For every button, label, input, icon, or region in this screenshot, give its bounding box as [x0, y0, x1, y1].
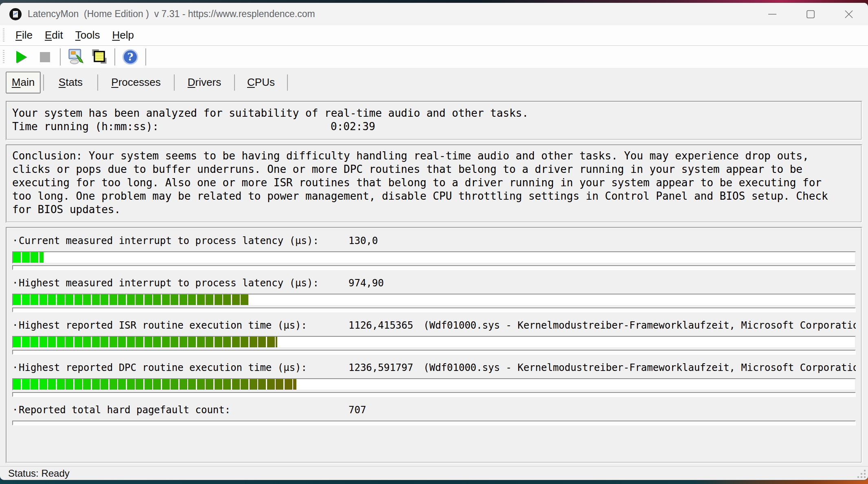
- bullet-icon: ·: [12, 235, 19, 246]
- bar-segment: [293, 379, 296, 390]
- bar-segment: [127, 337, 135, 347]
- bar-segment: [13, 294, 21, 305]
- play-icon: [16, 51, 26, 63]
- bar-segment: [101, 294, 108, 305]
- measurement-row: ·Highest reported ISR routine execution …: [12, 320, 856, 362]
- minimize-button[interactable]: [753, 3, 791, 25]
- help-button[interactable]: ?: [118, 47, 142, 67]
- conclusion-box: Conclusion: Your system seems to be havi…: [6, 144, 862, 223]
- measurement-row: ·Reported total hard pagefault count:707: [12, 404, 856, 433]
- close-button[interactable]: [830, 3, 868, 25]
- bullet-icon: ·: [12, 277, 19, 289]
- measurement-label: Highest reported ISR routine execution t…: [19, 320, 349, 331]
- minimize-icon: [767, 9, 777, 19]
- bar-segment: [197, 294, 205, 305]
- bar-segment: [180, 294, 187, 305]
- menu-tools[interactable]: Tools: [69, 27, 106, 43]
- bar-segment: [31, 252, 38, 263]
- measurement-row: ·Current measured interrupt to process l…: [12, 235, 856, 277]
- bar-segment: [75, 337, 82, 347]
- status-text: Status: Ready: [8, 468, 70, 479]
- bar-segment: [223, 379, 231, 390]
- bar-segment: [180, 337, 187, 347]
- bar-segment: [83, 379, 91, 390]
- bar-segment: [110, 294, 117, 305]
- bar-segment: [188, 337, 196, 347]
- bar-segment: [188, 294, 196, 305]
- bar-segment: [39, 379, 47, 390]
- bar-segment: [31, 379, 38, 390]
- bar-segment: [206, 337, 213, 347]
- bar-segment: [162, 294, 170, 305]
- monitor-tool-icon: [67, 48, 85, 66]
- measurement-value: 1126,415365: [349, 320, 423, 331]
- bar-segment: [13, 252, 21, 263]
- empty-progress-bar: [12, 307, 856, 312]
- bar-segment: [145, 337, 152, 347]
- bar-segment: [92, 337, 100, 347]
- bar-segment: [13, 337, 21, 347]
- menu-file[interactable]: File: [9, 27, 39, 43]
- tab-separator: [234, 74, 235, 91]
- bar-segment: [162, 337, 170, 347]
- tab-processes[interactable]: Processes: [101, 72, 171, 94]
- bar-segment: [118, 294, 126, 305]
- bar-segment: [127, 379, 135, 390]
- stop-monitor-button[interactable]: [33, 47, 57, 67]
- bar-segment: [136, 379, 143, 390]
- measurement-value: 707: [349, 404, 423, 416]
- bar-segment: [48, 379, 56, 390]
- bar-segment: [171, 379, 178, 390]
- bar-segment: [153, 294, 161, 305]
- measurements-box: ·Current measured interrupt to process l…: [6, 227, 862, 463]
- tab-drivers[interactable]: Drivers: [177, 72, 232, 94]
- copy-report-button[interactable]: [88, 47, 111, 67]
- bar-segment: [250, 337, 257, 347]
- bar-segment: [66, 294, 73, 305]
- resize-grip[interactable]: [857, 469, 866, 478]
- start-monitor-button[interactable]: [9, 47, 33, 67]
- menu-help[interactable]: Help: [106, 27, 140, 43]
- measurement-driver-info: (Wdf01000.sys - Kernelmodustreiber-Frame…: [423, 320, 856, 331]
- stop-icon: [40, 52, 50, 62]
- toolbar-separator: [60, 48, 61, 65]
- measurement-label: Highest reported DPC routine execution t…: [19, 362, 349, 373]
- bar-segment: [197, 337, 205, 347]
- help-icon: ?: [121, 48, 139, 66]
- options-button[interactable]: [64, 47, 88, 67]
- bar-segment: [153, 379, 161, 390]
- latency-bar: [12, 378, 856, 390]
- bar-segment: [215, 379, 222, 390]
- bar-segment: [31, 337, 38, 347]
- bar-segment: [241, 379, 248, 390]
- status-bar: Status: Ready: [0, 467, 868, 480]
- menu-edit[interactable]: Edit: [39, 27, 69, 43]
- main-tab-page: Your system has been analyzed for suitab…: [0, 96, 868, 466]
- tab-cpus-label: CPUs: [247, 76, 275, 89]
- tab-cpus[interactable]: CPUs: [237, 72, 285, 94]
- latency-bar: [12, 294, 856, 306]
- tab-stats[interactable]: Stats: [46, 72, 95, 94]
- close-icon: [844, 9, 854, 19]
- bar-segment: [276, 379, 283, 390]
- title-bar[interactable]: LatencyMon (Home Edition ) v 7.31 - http…: [0, 3, 868, 25]
- measurement-label: Reported total hard pagefault count:: [19, 404, 349, 416]
- tab-main[interactable]: Main: [6, 72, 41, 94]
- empty-progress-bar: [12, 392, 856, 397]
- latency-bar: [12, 336, 856, 348]
- tab-separator: [174, 74, 175, 91]
- tab-drivers-label: Drivers: [188, 76, 221, 89]
- empty-progress-bar: [12, 265, 856, 270]
- bar-segment: [118, 337, 126, 347]
- bar-segment: [22, 379, 30, 390]
- latencymon-window: LatencyMon (Home Edition ) v 7.31 - http…: [0, 3, 868, 480]
- bar-segment: [223, 294, 231, 305]
- menubar-gripper[interactable]: [3, 28, 4, 42]
- tab-separator: [43, 74, 44, 91]
- maximize-button[interactable]: [791, 3, 830, 25]
- conclusion-text: Conclusion: Your system seems to be havi…: [12, 149, 840, 216]
- window-controls: [753, 3, 868, 25]
- latency-bar: [12, 251, 856, 264]
- bar-segment: [92, 294, 100, 305]
- toolbar-gripper[interactable]: [3, 50, 4, 64]
